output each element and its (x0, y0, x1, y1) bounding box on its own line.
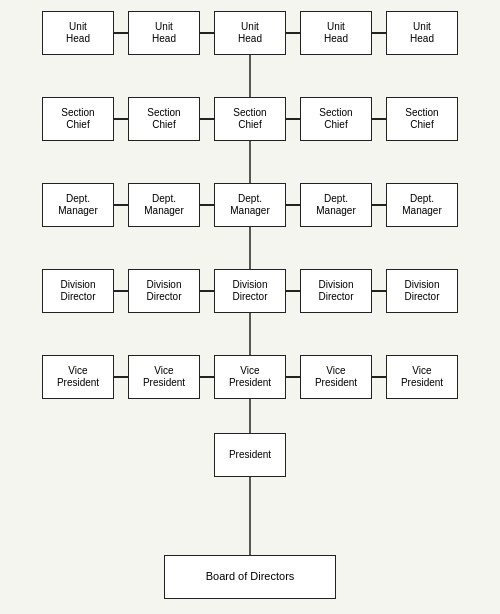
hline (114, 376, 128, 378)
hline (200, 118, 214, 120)
section-chief-box-0: SectionChief (42, 97, 114, 141)
hline (286, 118, 300, 120)
vice-president-box-3: VicePresident (300, 355, 372, 399)
vice-president-box-2: VicePresident (214, 355, 286, 399)
hline (286, 32, 300, 34)
vice-president-box-1: VicePresident (128, 355, 200, 399)
vice-president-row: VicePresident VicePresident VicePresiden… (42, 355, 458, 399)
division-director-row: DivisionDirector DivisionDirector Divisi… (42, 269, 458, 313)
unit-head-box-0: UnitHead (42, 11, 114, 55)
hline (114, 204, 128, 206)
dept-manager-box-2: Dept.Manager (214, 183, 286, 227)
section-chief-box-3: SectionChief (300, 97, 372, 141)
division-director-box-2: DivisionDirector (214, 269, 286, 313)
vice-president-box-4: VicePresident (386, 355, 458, 399)
hline (286, 204, 300, 206)
dept-manager-box-4: Dept.Manager (386, 183, 458, 227)
dept-manager-row: Dept.Manager Dept.Manager Dept.Manager D… (42, 183, 458, 227)
hline (286, 290, 300, 292)
hline (372, 204, 386, 206)
hline (200, 376, 214, 378)
hline (372, 32, 386, 34)
vice-president-box-0: VicePresident (42, 355, 114, 399)
division-director-box-1: DivisionDirector (128, 269, 200, 313)
board-box: Board of Directors (164, 555, 336, 599)
unit-head-box-4: UnitHead (386, 11, 458, 55)
dept-manager-box-0: Dept.Manager (42, 183, 114, 227)
unit-head-box-3: UnitHead (300, 11, 372, 55)
president-box: President (214, 433, 286, 477)
board-label: Board of Directors (164, 555, 336, 599)
hline (372, 290, 386, 292)
division-director-box-4: DivisionDirector (386, 269, 458, 313)
org-chart: UnitHead UnitHead UnitHead UnitHead Unit… (0, 0, 500, 614)
hline (114, 290, 128, 292)
division-director-box-3: DivisionDirector (300, 269, 372, 313)
section-chief-box-4: SectionChief (386, 97, 458, 141)
dept-manager-box-1: Dept.Manager (128, 183, 200, 227)
hline (286, 376, 300, 378)
hline (200, 204, 214, 206)
unit-head-box-2: UnitHead (214, 11, 286, 55)
hline (200, 32, 214, 34)
hline (114, 32, 128, 34)
section-chief-box-1: SectionChief (128, 97, 200, 141)
hline (200, 290, 214, 292)
hline (372, 118, 386, 120)
unit-head-row: UnitHead UnitHead UnitHead UnitHead Unit… (42, 11, 458, 55)
division-director-box-0: DivisionDirector (42, 269, 114, 313)
hline (114, 118, 128, 120)
section-chief-row: SectionChief SectionChief SectionChief S… (42, 97, 458, 141)
section-chief-box-2: SectionChief (214, 97, 286, 141)
hline (372, 376, 386, 378)
president-label: President (214, 433, 286, 477)
unit-head-box-1: UnitHead (128, 11, 200, 55)
dept-manager-box-3: Dept.Manager (300, 183, 372, 227)
